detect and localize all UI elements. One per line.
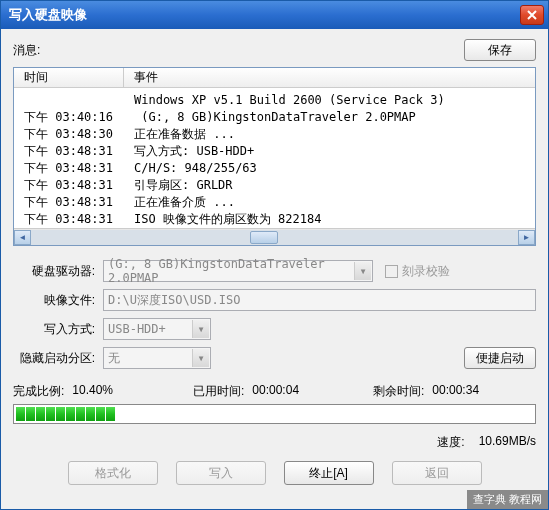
hidden-part-label: 隐藏启动分区: xyxy=(13,350,103,367)
image-file-value: D:\U深度ISO\USD.ISO xyxy=(108,292,240,309)
drive-select[interactable]: (G:, 8 GB)KingstonDataTraveler 2.0PMAP ▾ xyxy=(103,260,373,282)
done-value: 10.40% xyxy=(72,383,132,400)
hidden-part-value: 无 xyxy=(108,350,120,367)
log-event: 引导扇区: GRLDR xyxy=(124,177,535,194)
log-header: 时间 事件 xyxy=(14,68,535,88)
window-title: 写入硬盘映像 xyxy=(9,6,520,24)
progress-bar xyxy=(13,404,536,424)
log-time: 下午 03:48:31 xyxy=(14,211,124,228)
button-row: 格式化 写入 终止[A] 返回 xyxy=(13,461,536,485)
scroll-thumb[interactable] xyxy=(250,231,278,244)
progress-segment xyxy=(76,407,85,421)
progress-segment xyxy=(16,407,25,421)
abort-button[interactable]: 终止[A] xyxy=(284,461,374,485)
log-row[interactable]: 下午 03:40:16 (G:, 8 GB)KingstonDataTravel… xyxy=(14,109,535,126)
log-row[interactable]: Windows XP v5.1 Build 2600 (Service Pack… xyxy=(14,92,535,109)
log-event: 写入方式: USB-HDD+ xyxy=(124,143,535,160)
log-time: 下午 03:40:16 xyxy=(14,109,124,126)
log-time: 下午 03:48:31 xyxy=(14,177,124,194)
progress-segment xyxy=(96,407,105,421)
log-row[interactable]: 下午 03:48:31正在准备介质 ... xyxy=(14,194,535,211)
close-button[interactable] xyxy=(520,5,544,25)
log-table: 时间 事件 Windows XP v5.1 Build 2600 (Servic… xyxy=(13,67,536,246)
progress-segment xyxy=(56,407,65,421)
progress-segment xyxy=(86,407,95,421)
drive-label: 硬盘驱动器: xyxy=(13,263,103,280)
log-time: 下午 03:48:30 xyxy=(14,126,124,143)
progress-segment xyxy=(66,407,75,421)
log-time xyxy=(14,92,124,109)
elapsed-label: 已用时间: xyxy=(193,383,244,400)
log-body[interactable]: Windows XP v5.1 Build 2600 (Service Pack… xyxy=(14,88,535,228)
convenience-boot-button[interactable]: 便捷启动 xyxy=(464,347,536,369)
log-time: 下午 03:48:31 xyxy=(14,160,124,177)
drive-select-value: (G:, 8 GB)KingstonDataTraveler 2.0PMAP xyxy=(108,257,368,285)
speed-label: 速度: xyxy=(437,434,464,451)
remain-label: 剩余时间: xyxy=(373,383,424,400)
save-button[interactable]: 保存 xyxy=(464,39,536,61)
log-event: 正在准备数据 ... xyxy=(124,126,535,143)
titlebar[interactable]: 写入硬盘映像 xyxy=(1,1,548,29)
elapsed-value: 00:00:04 xyxy=(252,383,312,400)
verify-checkbox[interactable] xyxy=(385,265,398,278)
progress-segment xyxy=(26,407,35,421)
write-button: 写入 xyxy=(176,461,266,485)
speed-value: 10.69MB/s xyxy=(479,434,536,451)
done-label: 完成比例: xyxy=(13,383,64,400)
chevron-down-icon: ▾ xyxy=(354,262,371,280)
progress-segment xyxy=(46,407,55,421)
progress-segment xyxy=(106,407,115,421)
log-row[interactable]: 下午 03:48:31ISO 映像文件的扇区数为 822184 xyxy=(14,211,535,228)
write-mode-select[interactable]: USB-HDD+ ▾ xyxy=(103,318,211,340)
log-event: C/H/S: 948/255/63 xyxy=(124,160,535,177)
log-header-event[interactable]: 事件 xyxy=(124,69,535,86)
log-time: 下午 03:48:31 xyxy=(14,194,124,211)
stats-row: 完成比例: 10.40% 已用时间: 00:00:04 剩余时间: 00:00:… xyxy=(13,383,536,400)
log-event: (G:, 8 GB)KingstonDataTraveler 2.0PMAP xyxy=(124,109,535,126)
scroll-right-button[interactable]: ► xyxy=(518,230,535,245)
h-scrollbar[interactable]: ◄ ► xyxy=(14,228,535,245)
chevron-down-icon: ▾ xyxy=(192,320,209,338)
write-mode-value: USB-HDD+ xyxy=(108,322,166,336)
log-row[interactable]: 下午 03:48:31C/H/S: 948/255/63 xyxy=(14,160,535,177)
log-time: 下午 03:48:31 xyxy=(14,143,124,160)
return-button: 返回 xyxy=(392,461,482,485)
format-button: 格式化 xyxy=(68,461,158,485)
chevron-down-icon: ▾ xyxy=(192,349,209,367)
log-event: ISO 映像文件的扇区数为 822184 xyxy=(124,211,535,228)
hidden-part-select[interactable]: 无 ▾ xyxy=(103,347,211,369)
body: 消息: 保存 时间 事件 Windows XP v5.1 Build 2600 … xyxy=(1,29,548,495)
verify-label: 刻录校验 xyxy=(402,263,450,280)
log-row[interactable]: 下午 03:48:31写入方式: USB-HDD+ xyxy=(14,143,535,160)
log-header-time[interactable]: 时间 xyxy=(14,68,124,87)
main-window: 写入硬盘映像 消息: 保存 时间 事件 Windows XP v5.1 Buil… xyxy=(0,0,549,510)
log-row[interactable]: 下午 03:48:31引导扇区: GRLDR xyxy=(14,177,535,194)
image-file-field[interactable]: D:\U深度ISO\USD.ISO xyxy=(103,289,536,311)
scroll-track[interactable] xyxy=(31,230,518,245)
scroll-left-button[interactable]: ◄ xyxy=(14,230,31,245)
log-row[interactable]: 下午 03:48:30正在准备数据 ... xyxy=(14,126,535,143)
log-event: 正在准备介质 ... xyxy=(124,194,535,211)
remain-value: 00:00:34 xyxy=(432,383,492,400)
progress-segment xyxy=(36,407,45,421)
log-event: Windows XP v5.1 Build 2600 (Service Pack… xyxy=(124,92,535,109)
message-label: 消息: xyxy=(13,42,464,59)
watermark: 查字典 教程网 xyxy=(467,490,548,509)
close-icon xyxy=(527,10,537,20)
image-label: 映像文件: xyxy=(13,292,103,309)
write-mode-label: 写入方式: xyxy=(13,321,103,338)
